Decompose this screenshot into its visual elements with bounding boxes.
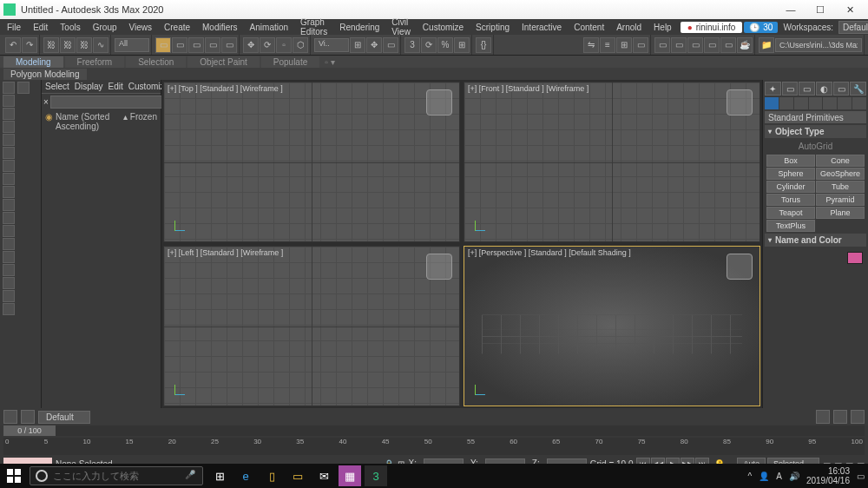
dock-btn[interactable] <box>3 121 15 133</box>
se-menu-edit[interactable]: Edit <box>108 82 123 91</box>
dock-btn[interactable] <box>3 290 15 302</box>
tray-ime-icon[interactable]: A <box>776 472 782 481</box>
select-object-button[interactable]: ▭ <box>155 37 171 53</box>
cp-sub-spacewarps[interactable] <box>838 97 852 109</box>
se-close-icon[interactable]: × <box>43 97 49 107</box>
dock-btn[interactable] <box>3 238 15 250</box>
layer-btn[interactable] <box>816 410 830 424</box>
menu-tools[interactable]: Tools <box>55 21 85 34</box>
menu-interactive[interactable]: Interactive <box>516 21 567 34</box>
keyboard-shortcut-button[interactable]: ▭ <box>383 37 398 53</box>
se-list[interactable] <box>42 133 161 408</box>
tray-people-icon[interactable]: 👤 <box>759 472 769 481</box>
viewcube-icon[interactable] <box>727 254 753 280</box>
spinner-snap[interactable]: ⊞ <box>454 37 470 53</box>
dock-btn[interactable] <box>3 160 15 172</box>
edge-icon[interactable]: e <box>234 465 257 486</box>
open-project-button[interactable]: 📁 <box>759 37 774 53</box>
obj-torus[interactable]: Torus <box>766 194 815 206</box>
placement-button[interactable]: ⬡ <box>293 37 308 53</box>
schematic-view-button[interactable]: ▭ <box>671 37 687 53</box>
ref-coord-dropdown[interactable]: Vi.. <box>314 38 349 52</box>
menu-scripting[interactable]: Scripting <box>470 21 515 34</box>
tray-up-icon[interactable]: ^ <box>748 472 753 481</box>
rollout-object-type[interactable]: Object Type <box>765 125 866 138</box>
cp-category-dropdown[interactable]: Standard Primitives <box>765 111 866 123</box>
viewport-top-label[interactable]: [+] [Top ] [Standard ] [Wireframe ] <box>168 84 283 93</box>
mirror-button[interactable]: ⇋ <box>583 37 599 53</box>
se-col-name[interactable]: Name (Sorted Ascending) <box>56 112 123 131</box>
menu-content[interactable]: Content <box>569 21 609 34</box>
cp-sub-lights[interactable] <box>794 97 808 109</box>
menu-group[interactable]: Group <box>88 21 122 34</box>
workspaces-dropdown[interactable] <box>838 21 868 34</box>
menu-views[interactable]: Views <box>124 21 158 34</box>
cp-tab-modify[interactable]: ▭ <box>782 82 799 96</box>
menu-arnold[interactable]: Arnold <box>611 21 647 34</box>
dock-btn[interactable] <box>3 95 15 107</box>
layer-btn[interactable] <box>3 410 17 424</box>
viewcube-icon[interactable] <box>727 89 753 115</box>
autogrid-checkbox[interactable]: AutoGrid <box>765 140 866 153</box>
render-frame-button[interactable]: ▭ <box>720 37 736 53</box>
tray-volume-icon[interactable]: 🔊 <box>789 472 799 481</box>
cp-tab-hierarchy[interactable]: ▭ <box>799 82 815 96</box>
viewport-front[interactable]: [+] [Front ] [Standard ] [Wireframe ] <box>464 82 760 242</box>
menu-customize[interactable]: Customize <box>418 21 469 34</box>
close-button[interactable]: ✕ <box>835 0 865 19</box>
cp-sub-helpers[interactable] <box>823 97 837 109</box>
menu-file[interactable]: File <box>2 21 26 34</box>
paint-select-button[interactable]: ▭ <box>221 37 237 53</box>
maximize-button[interactable]: ☐ <box>806 0 835 19</box>
menu-edit[interactable]: Edit <box>28 21 53 34</box>
dock-btn[interactable] <box>3 147 15 159</box>
cp-sub-shapes[interactable] <box>779 97 793 109</box>
cp-tab-create[interactable]: ✦ <box>765 82 781 96</box>
ribbon-tab-object-paint[interactable]: Object Paint <box>187 56 259 68</box>
obj-pyramid[interactable]: Pyramid <box>816 194 865 206</box>
obj-sphere[interactable]: Sphere <box>766 168 815 180</box>
dock-btn[interactable] <box>3 173 15 185</box>
obj-plane[interactable]: Plane <box>816 207 865 219</box>
menu-create[interactable]: Create <box>159 21 195 34</box>
dock-btn[interactable] <box>3 82 15 94</box>
obj-geosphere[interactable]: GeoSphere <box>816 168 865 180</box>
task-view-icon[interactable]: ⊞ <box>208 465 231 486</box>
ribbon-tab-freeform[interactable]: Freeform <box>65 56 125 68</box>
se-search-input[interactable] <box>50 96 168 109</box>
link-button[interactable]: ⛓ <box>43 37 59 53</box>
select-name-button[interactable]: ▭ <box>172 37 187 53</box>
viewport-top[interactable]: [+] [Top ] [Standard ] [Wireframe ] <box>163 82 460 242</box>
layer-name[interactable]: Default <box>38 411 90 424</box>
window-crossing-button[interactable]: ▭ <box>205 37 220 53</box>
time-badge[interactable]: 🕒30 <box>744 22 778 33</box>
manipulate-button[interactable]: ✥ <box>366 37 382 53</box>
object-color-swatch[interactable] <box>847 252 863 264</box>
dock-btn[interactable] <box>3 108 15 120</box>
polygon-modeling-panel[interactable]: Polygon Modeling <box>3 69 87 80</box>
menu-animation[interactable]: Animation <box>245 21 293 34</box>
schematic-button[interactable]: ∿ <box>93 37 108 53</box>
obj-textplus[interactable]: TextPlus <box>766 220 815 232</box>
dock-btn[interactable] <box>3 186 15 198</box>
cp-tab-motion[interactable]: ◐ <box>816 82 832 96</box>
viewport-left[interactable]: [+] [Left ] [Standard ] [Wireframe ] <box>163 246 460 406</box>
render-setup-button[interactable]: ▭ <box>704 37 720 53</box>
named-selection[interactable]: {} <box>476 37 491 53</box>
undo-button[interactable]: ↶ <box>5 37 21 53</box>
se-menu-select[interactable]: Select <box>45 82 69 91</box>
dock-btn[interactable] <box>3 134 15 146</box>
ribbon-tab-populate[interactable]: Populate <box>261 56 319 68</box>
dock-btn[interactable] <box>3 251 15 263</box>
layer-btn[interactable] <box>21 410 35 424</box>
viewport-persp-label[interactable]: [+] [Perspective ] [Standard ] [Default … <box>468 248 631 257</box>
quick-access-path[interactable] <box>775 38 862 52</box>
app-icon[interactable]: ▦ <box>339 465 361 486</box>
cp-sub-systems[interactable] <box>852 97 866 109</box>
viewport-front-label[interactable]: [+] [Front ] [Standard ] [Wireframe ] <box>468 84 589 93</box>
dock-btn[interactable] <box>17 82 30 94</box>
cp-sub-geometry[interactable] <box>765 97 779 109</box>
login-badge[interactable]: ●rininui.info <box>681 22 743 33</box>
explorer-icon[interactable]: ▯ <box>260 465 283 486</box>
cp-tab-utilities[interactable]: 🔧 <box>850 82 866 96</box>
